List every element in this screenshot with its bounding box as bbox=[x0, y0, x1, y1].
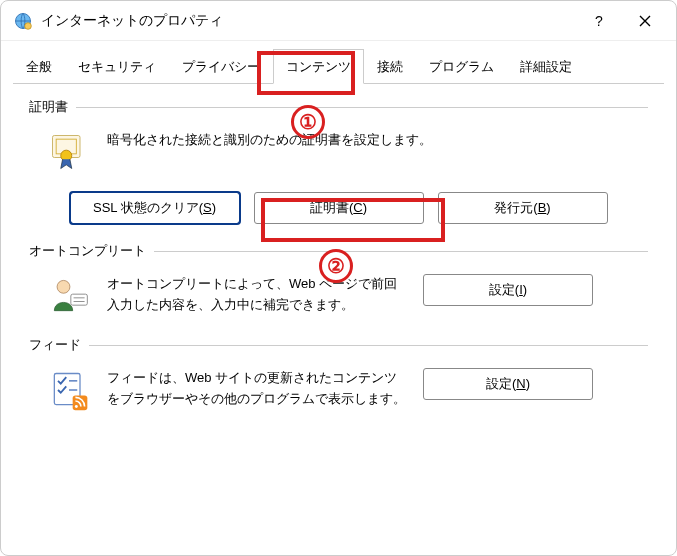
feeds-icon bbox=[47, 368, 91, 412]
svg-point-5 bbox=[57, 280, 70, 293]
titlebar: インターネットのプロパティ ? bbox=[1, 1, 676, 41]
autocomplete-desc: オートコンプリートによって、Web ページで前回入力した内容を、入力中に補完でき… bbox=[107, 274, 407, 316]
group-title-certificates: 証明書 bbox=[29, 98, 648, 118]
group-certificates: 証明書 暗号化された接続と識別のための証明書を設定します。 SSL 状態のクリア… bbox=[29, 98, 648, 224]
tab-strip: 全般 セキュリティ プライバシー コンテンツ 接続 プログラム 詳細設定 bbox=[13, 49, 664, 84]
certificates-desc: 暗号化された接続と識別のための証明書を設定します。 bbox=[107, 130, 644, 151]
tab-security[interactable]: セキュリティ bbox=[65, 49, 169, 84]
svg-point-1 bbox=[25, 22, 32, 29]
group-title-feeds: フィード bbox=[29, 336, 648, 356]
group-title-autocomplete: オートコンプリート bbox=[29, 242, 648, 262]
certificates-buttons: SSL 状態のクリア(S) 証明書(C) 発行元(B) bbox=[29, 192, 648, 224]
group-label: オートコンプリート bbox=[29, 242, 146, 260]
feeds-settings-button[interactable]: 設定(N) bbox=[423, 368, 593, 400]
dialog-window: インターネットのプロパティ ? 全般 セキュリティ プライバシー コンテンツ 接… bbox=[0, 0, 677, 556]
svg-point-13 bbox=[75, 405, 78, 408]
close-button[interactable] bbox=[622, 6, 668, 36]
certificates-button[interactable]: 証明書(C) bbox=[254, 192, 424, 224]
tab-content[interactable]: コンテンツ bbox=[273, 49, 364, 84]
tab-privacy[interactable]: プライバシー bbox=[169, 49, 273, 84]
clear-ssl-button[interactable]: SSL 状態のクリア(S) bbox=[70, 192, 240, 224]
svg-rect-6 bbox=[71, 294, 87, 305]
autocomplete-icon bbox=[47, 274, 91, 318]
group-feeds: フィード フィードは、W bbox=[29, 336, 648, 412]
feeds-desc: フィードは、Web サイトの更新されたコンテンツをブラウザーやその他のプログラム… bbox=[107, 368, 407, 410]
globe-icon bbox=[13, 11, 33, 31]
tab-panel-content: 証明書 暗号化された接続と識別のための証明書を設定します。 SSL 状態のクリア… bbox=[1, 84, 676, 440]
group-label: 証明書 bbox=[29, 98, 68, 116]
group-label: フィード bbox=[29, 336, 81, 354]
tab-programs[interactable]: プログラム bbox=[416, 49, 507, 84]
group-autocomplete: オートコンプリート オートコンプリートによって、Web ページで前回入力した内容… bbox=[29, 242, 648, 318]
autocomplete-settings-button[interactable]: 設定(I) bbox=[423, 274, 593, 306]
publishers-button[interactable]: 発行元(B) bbox=[438, 192, 608, 224]
divider bbox=[89, 345, 648, 346]
tab-general[interactable]: 全般 bbox=[13, 49, 65, 84]
help-button[interactable]: ? bbox=[576, 6, 622, 36]
certificate-icon bbox=[47, 130, 91, 174]
tab-connections[interactable]: 接続 bbox=[364, 49, 416, 84]
divider bbox=[154, 251, 648, 252]
divider bbox=[76, 107, 648, 108]
tab-advanced[interactable]: 詳細設定 bbox=[507, 49, 585, 84]
window-title: インターネットのプロパティ bbox=[41, 12, 576, 30]
